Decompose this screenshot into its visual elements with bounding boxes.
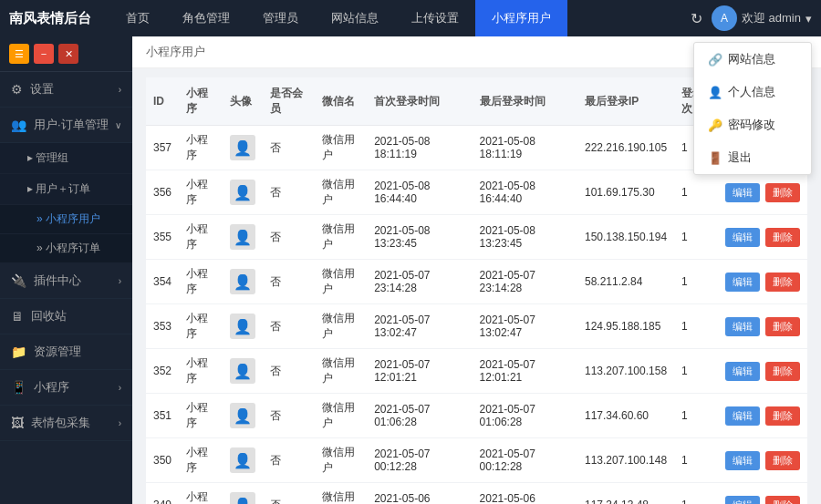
- delete-button[interactable]: 删除: [765, 362, 800, 381]
- sidebar-item-emoji-collect[interactable]: 🖼 表情包采集 ›: [0, 406, 132, 441]
- delete-button[interactable]: 删除: [765, 406, 800, 426]
- nav-home[interactable]: 首页: [109, 0, 166, 36]
- sidebar-item-resources[interactable]: 📁 资源管理: [0, 334, 132, 370]
- nav-miniapp-user[interactable]: 小程序用户: [475, 0, 567, 36]
- cell-avatar: 👤: [223, 260, 263, 304]
- nav-admin[interactable]: 管理员: [246, 0, 315, 36]
- user-menu[interactable]: A 欢迎 admin ▾ 🔗 网站信息 👤 个人信息 🔑 密码修改 🚪: [712, 5, 812, 31]
- cell-avatar: 👤: [223, 483, 263, 505]
- sidebar-subsub-miniapp-order[interactable]: » 小程序订单: [0, 234, 132, 263]
- avatar: A: [712, 5, 737, 31]
- miniapp-icon: 📱: [11, 380, 26, 395]
- cell-count: 1: [674, 438, 718, 483]
- topnav: 南风表情后台 首页 角色管理 管理员 网站信息 上传设置 小程序用户 ↻ A 欢…: [0, 0, 821, 36]
- edit-button[interactable]: 编辑: [725, 317, 760, 336]
- cell-member: 否: [263, 483, 315, 505]
- sidebar-item-plugin[interactable]: 🔌 插件中心 ›: [0, 263, 132, 299]
- chevron-right-icon3: ›: [119, 383, 121, 393]
- cell-id: 352: [146, 349, 179, 394]
- cell-count: 1: [674, 349, 718, 394]
- cell-actions: 编辑 删除: [718, 438, 807, 483]
- avatar-image: 👤: [230, 314, 255, 339]
- cell-wechat: 微信用户: [315, 215, 367, 260]
- table-row: 355 小程序 👤 否 微信用户 2021-05-08 13:23:45 202…: [146, 215, 807, 260]
- edit-button[interactable]: 编辑: [725, 228, 760, 247]
- cell-ip: 222.216.190.105: [577, 126, 674, 170]
- nav-role[interactable]: 角色管理: [166, 0, 246, 36]
- cell-last-login: 2021-05-08 16:44:40: [473, 170, 577, 215]
- sidebar-sub-admin-group[interactable]: ▸ 管理组: [0, 143, 132, 174]
- cell-first-login: 2021-05-07 13:02:47: [367, 304, 472, 349]
- cell-actions: 编辑 删除: [718, 483, 807, 505]
- sidebar-subsub-miniapp-user-label: » 小程序用户: [36, 212, 100, 225]
- cell-first-login: 2021-05-06 22:03:02: [367, 483, 472, 505]
- sidebar-item-user-order[interactable]: 👥 用户·订单管理 ∨: [0, 108, 132, 143]
- sidebar-item-trash[interactable]: 🖥 回收站: [0, 299, 132, 334]
- nav-upload[interactable]: 上传设置: [395, 0, 475, 36]
- cell-wechat: 微信用户: [315, 126, 367, 170]
- cell-ip: 117.34.60.60: [577, 394, 674, 438]
- sidebar-icon-menu[interactable]: ☰: [9, 44, 29, 64]
- cell-member: 否: [263, 215, 315, 260]
- avatar-image: 👤: [230, 269, 255, 294]
- cell-ip: 58.211.2.84: [577, 260, 674, 304]
- sidebar-icon-minimize[interactable]: −: [34, 44, 54, 64]
- cell-wechat: 微信用户: [315, 394, 367, 438]
- cell-last-login: 2021-05-06 22:03:02: [473, 483, 577, 505]
- edit-button[interactable]: 编辑: [725, 183, 760, 202]
- sidebar-sub-user-plus-order[interactable]: ▸ 用户＋订单: [0, 174, 132, 205]
- dropdown-change-password[interactable]: 🔑 密码修改: [694, 108, 811, 141]
- topnav-right: ↻ A 欢迎 admin ▾ 🔗 网站信息 👤 个人信息 🔑 密码修改: [691, 5, 812, 31]
- sidebar-item-settings[interactable]: ⚙ 设置 ›: [0, 72, 132, 108]
- sidebar-item-miniapp[interactable]: 📱 小程序 ›: [0, 370, 132, 406]
- emoji-icon: 🖼: [11, 416, 24, 430]
- sidebar-subsub-miniapp-user[interactable]: » 小程序用户: [0, 205, 132, 234]
- delete-button[interactable]: 删除: [765, 183, 800, 202]
- cell-count: 1: [674, 170, 718, 215]
- refresh-icon[interactable]: ↻: [691, 10, 702, 27]
- delete-button[interactable]: 删除: [765, 451, 800, 470]
- cell-member: 否: [263, 126, 315, 170]
- cell-id: 355: [146, 215, 179, 260]
- cell-wechat: 微信用户: [315, 170, 367, 215]
- cell-last-login: 2021-05-08 18:11:19: [473, 126, 577, 170]
- cell-wechat: 微信用户: [315, 349, 367, 394]
- delete-button[interactable]: 删除: [765, 317, 800, 336]
- cell-last-login: 2021-05-08 13:23:45: [473, 215, 577, 260]
- cell-ip: 117.34.13.48: [577, 483, 674, 505]
- sidebar-item-plugin-label: 插件中心: [34, 273, 81, 289]
- edit-button[interactable]: 编辑: [725, 362, 760, 381]
- cell-app: 小程序: [179, 215, 223, 260]
- avatar-image: 👤: [230, 403, 255, 428]
- delete-button[interactable]: 删除: [765, 273, 800, 292]
- sidebar: ☰ − ✕ ⚙ 设置 › 👥 用户·订单管理 ∨ ▸ 管理组 ▸ 用户＋订单 »…: [0, 36, 132, 504]
- delete-button[interactable]: 删除: [765, 228, 800, 247]
- edit-button[interactable]: 编辑: [725, 273, 760, 292]
- cell-last-login: 2021-05-07 12:01:21: [473, 349, 577, 394]
- dropdown-personal-info[interactable]: 👤 个人信息: [694, 76, 811, 108]
- chevron-right-icon2: ›: [119, 276, 121, 286]
- sidebar-icon-close[interactable]: ✕: [58, 44, 78, 64]
- dropdown-logout-label: 退出: [728, 149, 752, 166]
- dropdown-logout[interactable]: 🚪 退出: [694, 141, 811, 174]
- cell-avatar: 👤: [223, 215, 263, 260]
- dropdown-site-info-label: 网站信息: [728, 51, 775, 67]
- edit-button[interactable]: 编辑: [725, 496, 760, 505]
- cell-app: 小程序: [179, 126, 223, 170]
- cell-count: 1: [674, 304, 718, 349]
- delete-button[interactable]: 删除: [765, 496, 800, 505]
- cell-id: 353: [146, 304, 179, 349]
- cell-ip: 124.95.188.185: [577, 304, 674, 349]
- cell-first-login: 2021-05-07 23:14:28: [367, 260, 472, 304]
- dropdown-site-info[interactable]: 🔗 网站信息: [694, 43, 811, 76]
- cell-app: 小程序: [179, 260, 223, 304]
- nav-site-info[interactable]: 网站信息: [315, 0, 395, 36]
- cell-first-login: 2021-05-08 13:23:45: [367, 215, 472, 260]
- edit-button[interactable]: 编辑: [725, 406, 760, 426]
- site-logo: 南风表情后台: [9, 10, 91, 27]
- edit-button[interactable]: 编辑: [725, 451, 760, 470]
- avatar-image: 👤: [230, 224, 255, 250]
- table-row: 353 小程序 👤 否 微信用户 2021-05-07 13:02:47 202…: [146, 304, 807, 349]
- cell-wechat: 微信用户: [315, 260, 367, 304]
- cell-wechat: 微信用户: [315, 483, 367, 505]
